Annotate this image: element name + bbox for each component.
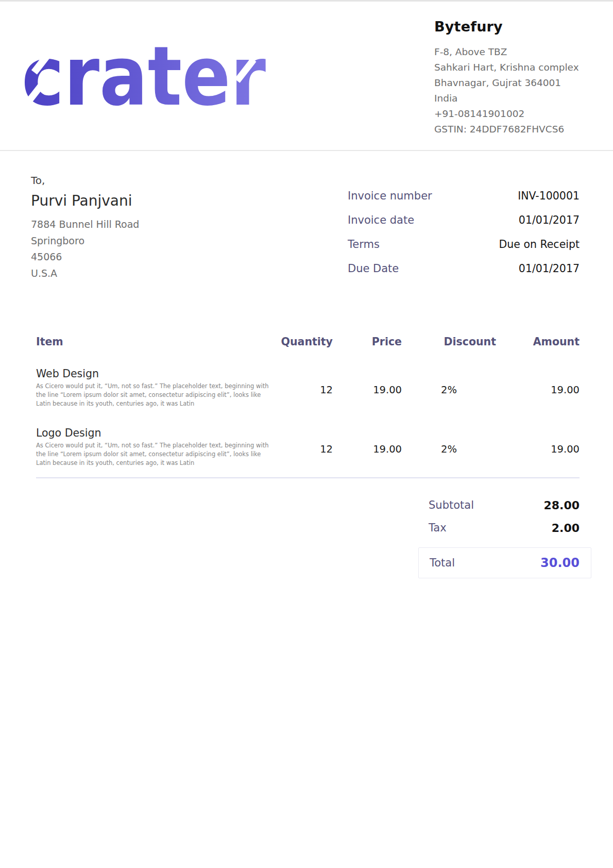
column-header-price: Price [333,335,402,348]
company-address: F-8, Above TBZ Sahkari Hart, Krishna com… [434,44,589,137]
invoice-meta-row: Invoice date 01/01/2017 [348,208,580,232]
column-header-discount: Discount [402,335,496,348]
company-address-line: Sahkari Hart, Krishna complex [434,60,589,75]
item-name: Logo Design [36,426,273,440]
invoice-meta-row: Terms Due on Receipt [348,232,580,256]
item-quantity: 12 [273,363,333,408]
customer-address-line: 45066 [31,249,247,265]
invoice-date-value: 01/01/2017 [519,214,580,226]
company-gstin: GSTIN: 24DDF7682FHVCS6 [434,122,589,137]
item-row: Web Design As Cicero would put it, “Um, … [36,363,580,408]
table-divider [36,477,580,478]
top-accent-bar [0,0,613,2]
customer-address-line: Springboro [31,233,247,249]
crater-logo-svg: crater [24,39,268,111]
invoice-number-value: INV-100001 [518,190,580,202]
company-address-line: India [434,91,589,106]
customer-address: 7884 Bunnel Hill Road Springboro 45066 U… [31,216,247,281]
items-table-header: Item Quantity Price Discount Amount [36,335,580,348]
total-box: Total 30.00 [418,547,591,578]
invoice-meta-row: Due Date 01/01/2017 [348,256,580,280]
item-quantity: 12 [273,423,333,468]
item-discount: 2% [402,363,496,408]
tax-value: 2.00 [552,522,580,535]
bill-to-block: To, Purvi Panjvani 7884 Bunnel Hill Road… [31,174,247,281]
item-name: Web Design [36,366,273,381]
item-cell: Web Design As Cicero would put it, “Um, … [36,363,273,408]
column-header-item: Item [36,335,273,348]
item-description: As Cicero would put it, “Um, not so fast… [36,382,270,408]
customer-address-line: 7884 Bunnel Hill Road [31,216,247,233]
item-price: 19.00 [333,363,402,408]
tax-row: Tax 2.00 [429,516,580,539]
terms-value: Due on Receipt [499,238,580,251]
subtotal-label: Subtotal [429,499,474,511]
company-address-line: F-8, Above TBZ [434,44,589,60]
company-block: Bytefury F-8, Above TBZ Sahkari Hart, Kr… [434,19,589,137]
header-divider [0,150,613,151]
item-amount: 19.00 [496,363,580,408]
item-amount: 19.00 [496,423,580,468]
crater-logo: crater [24,39,268,111]
terms-label: Terms [348,238,380,251]
invoice-number-label: Invoice number [348,190,432,202]
company-name: Bytefury [434,19,589,35]
tax-label: Tax [429,522,447,534]
invoice-page: crater Bytefury F-8, Above TBZ Sahkari H… [0,0,613,868]
item-description: As Cicero would put it, “Um, not so fast… [36,441,270,468]
customer-name: Purvi Panjvani [31,192,247,209]
customer-address-line: U.S.A [31,265,247,282]
crater-logo-text: crater [24,39,266,111]
column-header-amount: Amount [496,335,580,348]
column-header-quantity: Quantity [273,335,333,348]
company-address-line: Bhavnagar, Gujrat 364001 [434,75,589,91]
company-phone: +91-08141901002 [434,106,589,122]
due-date-label: Due Date [348,262,399,275]
total-value: 30.00 [540,556,580,570]
subtotal-row: Subtotal 28.00 [429,494,580,516]
total-label: Total [430,557,455,569]
item-cell: Logo Design As Cicero would put it, “Um,… [36,423,273,468]
invoice-meta-row: Invoice number INV-100001 [348,183,580,208]
bill-to-label: To, [31,174,247,187]
invoice-meta-block: Invoice number INV-100001 Invoice date 0… [348,183,580,280]
item-discount: 2% [402,423,496,468]
item-row: Logo Design As Cicero would put it, “Um,… [36,423,580,468]
totals-block: Subtotal 28.00 Tax 2.00 [429,494,580,539]
invoice-date-label: Invoice date [348,214,414,226]
subtotal-value: 28.00 [543,499,580,512]
item-price: 19.00 [333,423,402,468]
due-date-value: 01/01/2017 [519,262,580,275]
